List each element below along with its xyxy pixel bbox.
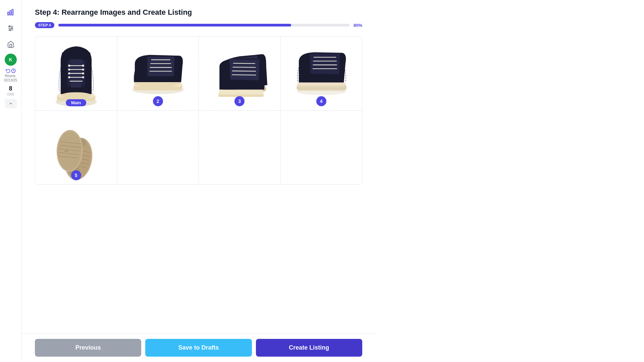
svg-point-21 bbox=[68, 68, 70, 70]
svg-rect-40 bbox=[219, 89, 264, 95]
image-row-2: ●●● 5 bbox=[35, 110, 362, 184]
shoe-image-2 bbox=[128, 52, 188, 95]
progress-percent: 80% bbox=[354, 23, 362, 28]
svg-point-6 bbox=[9, 26, 10, 27]
sidebar-count: 8 /300 bbox=[7, 85, 14, 96]
sidebar-resets[interactable]: Resets: 02/13/25 bbox=[4, 68, 17, 82]
image-4-badge: 4 bbox=[316, 96, 326, 106]
svg-rect-47 bbox=[297, 82, 346, 87]
svg-point-20 bbox=[82, 65, 84, 67]
bottom-action-bar: Previous Save to Drafts Create Listing bbox=[21, 333, 376, 362]
shoe-image-4 bbox=[291, 50, 352, 97]
image-cell-5[interactable]: ●●● 5 bbox=[35, 111, 117, 184]
sidebar-icon-store[interactable] bbox=[4, 38, 17, 51]
image-cell-8-empty bbox=[280, 111, 362, 184]
svg-line-44 bbox=[232, 75, 256, 75]
shoe-image-3 bbox=[209, 50, 270, 97]
image-cell-6-empty bbox=[117, 111, 199, 184]
svg-line-41 bbox=[233, 63, 255, 64]
svg-rect-1 bbox=[10, 10, 11, 15]
image-2-badge: 2 bbox=[153, 96, 163, 106]
image-cell-4[interactable]: 4 bbox=[280, 37, 362, 110]
svg-point-27 bbox=[61, 92, 91, 98]
progress-bar-fill bbox=[58, 24, 291, 26]
svg-point-22 bbox=[82, 68, 84, 70]
previous-button[interactable]: Previous bbox=[35, 339, 141, 357]
svg-point-26 bbox=[82, 76, 84, 78]
create-listing-button[interactable]: Create Listing bbox=[256, 339, 362, 357]
svg-point-24 bbox=[82, 72, 84, 74]
progress-bar-container: STEP 4 80% bbox=[35, 22, 362, 28]
svg-text:●●●: ●●● bbox=[64, 149, 68, 152]
image-row-1: Main bbox=[35, 37, 362, 110]
image-1-badge: Main bbox=[66, 99, 87, 106]
svg-line-42 bbox=[233, 67, 256, 67]
image-grid: Main bbox=[35, 36, 362, 185]
svg-point-7 bbox=[11, 27, 12, 29]
shoe-image-1 bbox=[49, 40, 103, 107]
svg-point-25 bbox=[68, 76, 70, 78]
save-drafts-button[interactable]: Save to Drafts bbox=[145, 339, 252, 357]
image-cell-7-empty bbox=[199, 111, 280, 184]
sidebar-icon-chart[interactable] bbox=[4, 5, 17, 19]
step-badge: STEP 4 bbox=[35, 22, 54, 28]
main-content: Step 4: Rearrange Images and Create List… bbox=[21, 0, 376, 362]
sidebar-icon-filters[interactable] bbox=[4, 21, 17, 35]
sidebar-avatar[interactable]: K bbox=[5, 54, 17, 66]
page-title: Step 4: Rearrange Images and Create List… bbox=[35, 8, 362, 17]
sidebar-collapse-button[interactable] bbox=[5, 99, 17, 108]
progress-bar-track bbox=[58, 24, 350, 26]
image-cell-3[interactable]: 3 bbox=[199, 37, 280, 110]
image-cell-2[interactable]: 2 bbox=[117, 37, 199, 110]
sidebar: K Resets: 02/13/25 8 /300 bbox=[0, 0, 21, 362]
image-3-badge: 3 bbox=[234, 96, 245, 106]
svg-line-43 bbox=[232, 71, 256, 71]
image-5-badge: 5 bbox=[71, 170, 81, 180]
svg-point-23 bbox=[68, 72, 70, 74]
svg-rect-0 bbox=[7, 12, 9, 15]
image-cell-1[interactable]: Main bbox=[35, 37, 117, 110]
svg-point-19 bbox=[68, 65, 70, 67]
svg-point-8 bbox=[9, 29, 11, 31]
svg-rect-9 bbox=[10, 47, 12, 48]
svg-rect-2 bbox=[12, 9, 13, 15]
